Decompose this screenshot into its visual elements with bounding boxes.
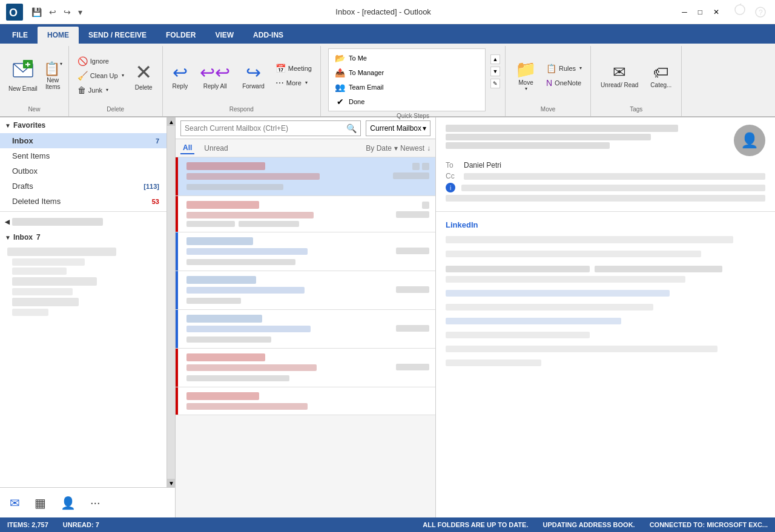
- email-icon-1b: [422, 163, 429, 170]
- sidebar-scroll-down[interactable]: ▼: [167, 479, 175, 487]
- body-line-3-row: [446, 266, 765, 272]
- qs-scroll-down[interactable]: ▼: [490, 67, 500, 76]
- tab-send-receive[interactable]: SEND / RECEIVE: [79, 27, 156, 44]
- calendar-nav-button[interactable]: ▦: [32, 493, 48, 513]
- email-preview-5: [186, 337, 271, 343]
- more-nav-button[interactable]: ···: [88, 493, 103, 512]
- new-items-icon: 📋▾: [44, 61, 62, 77]
- tab-home[interactable]: HOME: [38, 27, 79, 44]
- qs-scroll-up[interactable]: ▲: [490, 54, 500, 64]
- new-email-icon: [12, 59, 34, 85]
- favorites-header[interactable]: ▼ Favorites: [0, 117, 167, 133]
- search-box[interactable]: 🔍: [180, 120, 361, 136]
- email-item[interactable]: [176, 196, 435, 232]
- sidebar-blurred-4: [12, 277, 97, 286]
- move-button[interactable]: 📁 Move ▾: [510, 53, 541, 99]
- rules-icon: 📋: [546, 64, 556, 73]
- account-arrow: ◀: [5, 218, 10, 225]
- sidebar-item-sent[interactable]: Sent Items: [0, 148, 167, 163]
- outlook-logo: O: [5, 2, 24, 22]
- reading-date-top: [446, 142, 610, 149]
- qs-tomanager[interactable]: 📤 To Manager: [331, 66, 483, 79]
- meeting-button[interactable]: 📅 Meeting: [272, 62, 315, 75]
- inbox-section-header[interactable]: ▼ Inbox 7: [0, 229, 167, 245]
- inbox-section-arrow: ▼: [5, 234, 11, 241]
- forward-button[interactable]: ↪ Forward: [237, 53, 269, 99]
- email-item[interactable]: [176, 232, 435, 271]
- onenote-button[interactable]: N OneNote: [542, 76, 585, 90]
- account-header[interactable]: ◀: [0, 214, 167, 229]
- attachment-label-blurred: [446, 195, 765, 202]
- categorize-button[interactable]: 🏷 Categ...: [645, 53, 676, 99]
- new-email-button[interactable]: New Email: [5, 53, 41, 99]
- close-button[interactable]: ✕: [708, 2, 724, 22]
- sidebar-item-outbox[interactable]: Outbox: [0, 163, 167, 179]
- main-layout: ▼ Favorites Inbox 7 Sent Items Outbox Dr…: [0, 117, 775, 517]
- body-linkedin-link[interactable]: LinkedIn: [446, 220, 478, 229]
- filter-unread[interactable]: Unread: [202, 143, 230, 154]
- tab-add-ins[interactable]: ADD-INS: [243, 27, 293, 44]
- sidebar-blurred-7: [12, 309, 48, 316]
- qs-done[interactable]: ✔ Done: [331, 95, 483, 108]
- ignore-button[interactable]: 🚫 Ignore: [74, 54, 128, 68]
- tab-folder[interactable]: FOLDER: [156, 27, 205, 44]
- sidebar-blurred-5: [12, 288, 73, 295]
- reading-avatar: 👤: [734, 125, 765, 156]
- cleanup-button[interactable]: 🧹 Clean Up ▾: [74, 69, 128, 82]
- email-item[interactable]: [176, 157, 435, 196]
- rules-button[interactable]: 📋 Rules ▾: [542, 62, 585, 75]
- to-label: To: [446, 161, 460, 169]
- mail-nav-button[interactable]: ✉: [7, 493, 22, 513]
- minimize-button[interactable]: ─: [677, 2, 692, 22]
- cc-label: Cc: [446, 172, 460, 180]
- svg-point-2: [735, 5, 745, 15]
- sidebar-item-deleted[interactable]: Deleted Items 53: [0, 194, 167, 209]
- reply-button[interactable]: ↩ Reply: [168, 53, 193, 99]
- reply-all-button[interactable]: ↩↩ Reply All: [195, 53, 235, 99]
- email-item[interactable]: [176, 387, 435, 415]
- group-delete-label: Delete: [74, 105, 157, 114]
- more-respond-button[interactable]: ⋯ More ▾: [272, 76, 315, 90]
- unread-read-button[interactable]: ✉ Unread/ Read: [596, 53, 643, 99]
- reading-pane: 👤 To Daniel Petri Cc i: [436, 117, 775, 517]
- cc-value-blurred: [464, 173, 765, 180]
- save-button[interactable]: 💾: [29, 6, 44, 18]
- email-bar-3: [176, 232, 178, 271]
- title-bar-actions[interactable]: 💾 ↩ ↪ ▾: [29, 6, 85, 18]
- favorites-arrow: ▼: [5, 122, 11, 129]
- search-input[interactable]: [185, 124, 346, 133]
- tab-file[interactable]: FILE: [2, 27, 38, 44]
- tab-view[interactable]: VIEW: [205, 27, 243, 44]
- qs-tomanager-label: To Manager: [349, 69, 384, 76]
- qs-teamemail[interactable]: 👥 Team Email: [331, 80, 483, 94]
- undo-button[interactable]: ↩: [47, 6, 59, 18]
- sort-dropdown[interactable]: By Date ▾ Newest ↓: [366, 144, 430, 153]
- sidebar-item-drafts[interactable]: Drafts [113]: [0, 179, 167, 194]
- body-line-6: [446, 304, 653, 310]
- more-dropdown-arrow: ▾: [305, 80, 308, 85]
- qs-edit[interactable]: ✎: [490, 79, 500, 88]
- sidebar-scrollbar-thumb[interactable]: [167, 126, 175, 479]
- people-nav-button[interactable]: 👤: [58, 493, 78, 513]
- mailbox-dropdown[interactable]: Current Mailbox ▾: [366, 120, 430, 136]
- email-bar-6: [176, 349, 178, 387]
- email-item[interactable]: [176, 271, 435, 310]
- categorize-icon: 🏷: [653, 63, 669, 82]
- delete-col-left: 🚫 Ignore 🧹 Clean Up ▾ 🗑 Junk ▾: [74, 54, 128, 97]
- sidebar-blurred-6: [12, 298, 79, 306]
- customize-button[interactable]: ▾: [76, 6, 85, 18]
- junk-button[interactable]: 🗑 Junk ▾: [74, 84, 128, 97]
- email-item[interactable]: [176, 349, 435, 387]
- maximize-button[interactable]: □: [693, 2, 707, 22]
- filter-all[interactable]: All: [180, 142, 194, 154]
- redo-button[interactable]: ↪: [61, 6, 73, 18]
- sort-order: Newest: [400, 144, 424, 153]
- email-item[interactable]: [176, 310, 435, 349]
- email-sender-3: [186, 237, 253, 245]
- sidebar-scroll-up[interactable]: ▲: [167, 117, 175, 126]
- qs-tome[interactable]: 📂 To Me: [331, 51, 483, 65]
- new-items-button[interactable]: 📋▾ NewItems: [42, 53, 64, 99]
- delete-button[interactable]: ✕ Delete: [130, 53, 157, 99]
- email-subject-7: [186, 403, 308, 410]
- sidebar-item-inbox[interactable]: Inbox 7: [0, 133, 167, 148]
